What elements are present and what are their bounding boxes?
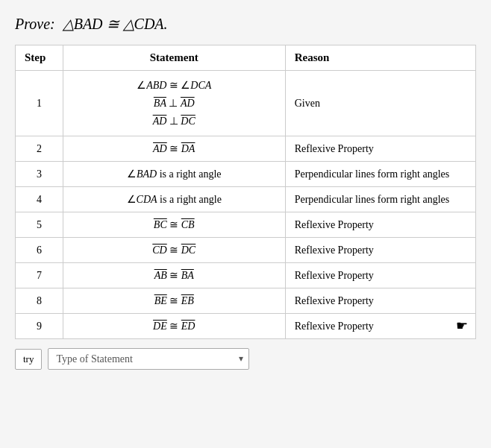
statement-cell: BE ≅ EB <box>63 288 285 314</box>
statement-cell: ∠CDA is a right angle <box>63 187 285 212</box>
prove-expression: △BAD ≅ △CDA. <box>59 16 168 32</box>
prove-label: Prove: <box>15 16 55 32</box>
type-of-statement-dropdown[interactable]: Type of StatementReflexive PropertyGiven… <box>48 348 249 370</box>
statement-line-2: BA ⊥ AD <box>72 95 276 113</box>
statement-cell: BC ≅ CB <box>63 212 285 238</box>
step-number: 7 <box>16 263 63 288</box>
step-number: 1 <box>16 71 63 136</box>
statement-cell: DE ≅ ED <box>63 314 285 339</box>
reason-cell: Reflexive Property <box>285 238 475 263</box>
step-number: 9 <box>16 314 63 339</box>
table-row: 1 ∠ABD ≅ ∠DCA BA ⊥ AD AD ⊥ DC Given <box>16 71 476 136</box>
statement-cell: AD ≅ DA <box>63 136 285 162</box>
reason-cell: Reflexive Property <box>285 136 475 162</box>
col-statement: Statement <box>63 45 285 71</box>
step-number: 8 <box>16 288 63 314</box>
cursor-icon: ☛ <box>456 318 468 334</box>
table-row: 4 ∠CDA is a right angle Perpendicular li… <box>16 187 476 212</box>
step-number: 6 <box>16 238 63 263</box>
reason-cell: Reflexive Property ☛ <box>285 314 475 339</box>
bottom-bar: try Type of StatementReflexive PropertyG… <box>15 348 476 370</box>
statement-cell: CD ≅ DC <box>63 238 285 263</box>
reason-cell: Reflexive Property <box>285 212 475 238</box>
table-row: 6 CD ≅ DC Reflexive Property <box>16 238 476 263</box>
prove-header: Prove: △BAD ≅ △CDA. <box>15 15 476 33</box>
statement-cell: AB ≅ BA <box>63 263 285 288</box>
statement-line-3: AD ⊥ DC <box>72 113 276 130</box>
reason-cell: Given <box>285 71 475 136</box>
col-reason: Reason <box>285 45 475 71</box>
reason-cell: Perpendicular lines form right angles <box>285 187 475 212</box>
table-row: 8 BE ≅ EB Reflexive Property <box>16 288 476 314</box>
col-step: Step <box>16 45 63 71</box>
table-row: 2 AD ≅ DA Reflexive Property <box>16 136 476 162</box>
reason-cell: Reflexive Property <box>285 263 475 288</box>
table-row: 5 BC ≅ CB Reflexive Property <box>16 212 476 238</box>
step-number: 2 <box>16 136 63 162</box>
step-number: 4 <box>16 187 63 212</box>
table-header-row: Step Statement Reason <box>16 45 476 71</box>
proof-table: Step Statement Reason 1 ∠ABD ≅ ∠DCA BA ⊥… <box>15 45 476 339</box>
table-row: 7 AB ≅ BA Reflexive Property <box>16 263 476 288</box>
step-number: 3 <box>16 162 63 187</box>
statement-cell: ∠BAD is a right angle <box>63 162 285 187</box>
step-number: 5 <box>16 212 63 238</box>
statement-cell: ∠ABD ≅ ∠DCA BA ⊥ AD AD ⊥ DC <box>63 71 285 136</box>
type-of-statement-wrapper: Type of StatementReflexive PropertyGiven… <box>48 348 249 370</box>
statement-line-1: ∠ABD ≅ ∠DCA <box>72 77 276 95</box>
try-button[interactable]: try <box>15 349 42 370</box>
reason-cell: Perpendicular lines form right angles <box>285 162 475 187</box>
reason-cell: Reflexive Property <box>285 288 475 314</box>
page-container: Prove: △BAD ≅ △CDA. Step Statement Reaso… <box>15 15 476 370</box>
table-row: 3 ∠BAD is a right angle Perpendicular li… <box>16 162 476 187</box>
table-row: 9 DE ≅ ED Reflexive Property ☛ <box>16 314 476 339</box>
